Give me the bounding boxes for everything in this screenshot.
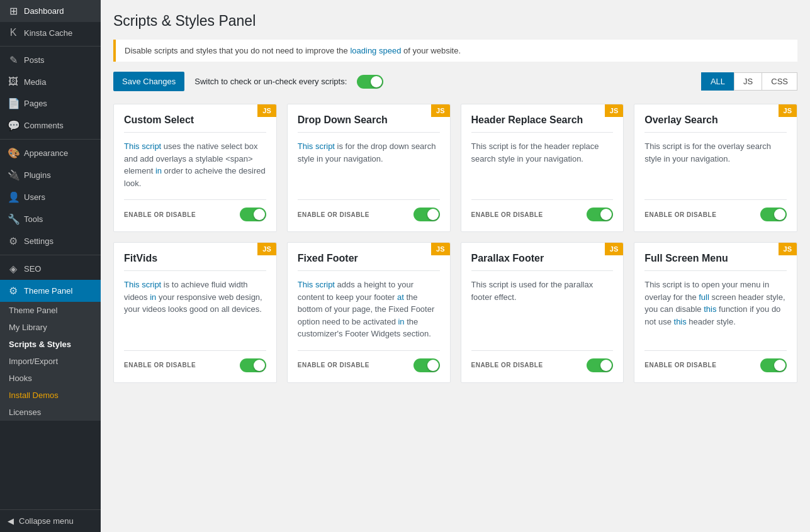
card-toggle[interactable] — [760, 358, 787, 372]
sidebar-item-settings[interactable]: ⚙ Settings — [0, 230, 101, 252]
toggle-track — [240, 208, 266, 221]
filter-btn-js[interactable]: JS — [734, 72, 762, 91]
toggle-track — [587, 208, 613, 221]
card-desc: This script is for the drop down search … — [298, 140, 440, 189]
sidebar-item-label: Pages — [24, 99, 47, 108]
sidebar-item-comments[interactable]: 💬 Comments — [0, 114, 101, 136]
sidebar-item-posts[interactable]: ✎ Posts — [0, 49, 101, 71]
global-toggle-thumb — [371, 76, 382, 87]
card-toggle[interactable] — [587, 208, 613, 221]
sidebar-item-label: Settings — [24, 236, 53, 246]
toggle-thumb — [774, 209, 785, 220]
sidebar-item-seo[interactable]: ◈ SEO — [0, 258, 101, 280]
toggle-track — [240, 358, 266, 372]
sidebar-item-media[interactable]: 🖼 Media — [0, 71, 101, 92]
card-title: Full Screen Menu — [644, 253, 787, 264]
sidebar-item-label: Plugins — [24, 170, 51, 180]
sidebar-item-plugins[interactable]: 🔌 Plugins — [0, 164, 101, 186]
plugins-icon: 🔌 — [8, 169, 19, 181]
sidebar-item-tools[interactable]: 🔧 Tools — [0, 208, 101, 230]
card-title: Parallax Footer — [471, 253, 614, 264]
sidebar-item-label: Tools — [24, 214, 43, 224]
card-badge: JS — [431, 243, 449, 255]
sidebar-item-theme-panel[interactable]: ⚙ Theme Panel — [0, 280, 101, 302]
toggle-thumb — [254, 360, 265, 371]
sidebar-item-label: Comments — [24, 121, 64, 130]
toggle-track — [413, 208, 440, 221]
card-desc: This script is used for the parallax foo… — [471, 279, 614, 340]
toggle-track — [760, 358, 787, 372]
card-overlay-search: JS Overlay Search This script is for the… — [634, 104, 797, 232]
sidebar-item-label: Users — [24, 192, 45, 202]
notice-bar: Disable scripts and styles that you do n… — [113, 40, 797, 62]
filter-btn-all[interactable]: ALL — [701, 72, 734, 91]
collapse-menu-button[interactable]: ◀ Collapse menu — [0, 509, 101, 532]
sidebar-sub-item-install-demos[interactable]: Install Demos — [0, 387, 101, 404]
sidebar-divider — [0, 255, 101, 255]
sidebar-sub-item-import-export[interactable]: Import/Export — [0, 353, 101, 370]
enable-label: ENABLE OR DISABLE — [644, 362, 716, 369]
settings-icon: ⚙ — [8, 235, 19, 247]
toggle-thumb — [427, 209, 439, 220]
card-title: Header Replace Search — [471, 114, 614, 126]
card-divider — [471, 270, 614, 271]
card-badge: JS — [431, 104, 449, 117]
sidebar-item-users[interactable]: 👤 Users — [0, 186, 101, 208]
global-toggle[interactable] — [357, 75, 383, 89]
sidebar-item-label: Kinsta Cache — [24, 28, 72, 38]
sidebar-sub-item-theme-panel[interactable]: Theme Panel — [0, 302, 101, 319]
card-toggle[interactable] — [413, 358, 440, 372]
card-header-replace-search: JS Header Replace Search This script is … — [461, 104, 624, 232]
card-toggle[interactable] — [760, 208, 787, 221]
media-icon: 🖼 — [8, 76, 19, 87]
card-footer: ENABLE OR DISABLE — [644, 350, 787, 372]
main-content: Scripts & Styles Panel Disable scripts a… — [101, 0, 810, 532]
tools-icon: 🔧 — [8, 213, 19, 225]
card-desc: This script is for the overlay search st… — [644, 140, 787, 189]
card-toggle[interactable] — [240, 358, 266, 372]
sidebar: ⊞ Dashboard K Kinsta Cache ✎ Posts 🖼 Med… — [0, 0, 101, 532]
sidebar-item-kinsta-cache[interactable]: K Kinsta Cache — [0, 22, 101, 43]
card-drop-down-search: JS Drop Down Search This script is for t… — [287, 104, 451, 232]
card-full-screen-menu: JS Full Screen Menu This script is to op… — [634, 242, 797, 383]
sidebar-divider — [0, 46, 101, 47]
card-divider — [471, 132, 614, 133]
notice-link[interactable]: loading speed — [350, 46, 401, 55]
toolbar: Save Changes Switch to check or un-check… — [113, 72, 797, 91]
sidebar-item-dashboard[interactable]: ⊞ Dashboard — [0, 0, 101, 22]
card-footer: ENABLE OR DISABLE — [644, 199, 787, 221]
card-title: FitVids — [124, 253, 266, 264]
card-divider — [644, 270, 787, 271]
sidebar-sub-item-hooks[interactable]: Hooks — [0, 370, 101, 387]
sidebar-sub-item-my-library[interactable]: My Library — [0, 319, 101, 336]
sidebar-item-appearance[interactable]: 🎨 Appearance — [0, 142, 101, 164]
card-title: Overlay Search — [644, 114, 787, 126]
enable-label: ENABLE OR DISABLE — [124, 211, 196, 218]
toggle-thumb — [600, 360, 612, 371]
card-toggle[interactable] — [413, 208, 440, 221]
card-custom-select: JS Custom Select This script uses the na… — [113, 104, 277, 232]
card-title: Drop Down Search — [298, 114, 440, 126]
filter-btn-css[interactable]: CSS — [762, 72, 797, 91]
enable-label: ENABLE OR DISABLE — [471, 211, 543, 218]
sidebar-item-label: SEO — [24, 264, 41, 274]
notice-text: Disable scripts and styles that you do n… — [125, 46, 461, 55]
switch-label: Switch to check or un-check every script… — [194, 77, 347, 86]
filter-buttons: ALL JS CSS — [701, 72, 797, 91]
toggle-thumb — [427, 360, 439, 371]
card-desc: This script is for the header replace se… — [471, 140, 614, 189]
card-desc: This script is to open your menu in over… — [644, 279, 787, 340]
sidebar-sub-item-scripts-styles[interactable]: Scripts & Styles — [0, 336, 101, 353]
card-toggle[interactable] — [587, 358, 613, 372]
card-badge: JS — [605, 243, 623, 255]
card-footer: ENABLE OR DISABLE — [298, 199, 440, 221]
sidebar-item-label: Theme Panel — [24, 286, 72, 296]
sidebar-item-pages[interactable]: 📄 Pages — [0, 92, 101, 114]
enable-label: ENABLE OR DISABLE — [644, 211, 716, 218]
card-badge: JS — [779, 104, 797, 117]
sidebar-sub-item-licenses[interactable]: Licenses — [0, 404, 101, 421]
save-button[interactable]: Save Changes — [113, 72, 184, 91]
comments-icon: 💬 — [8, 119, 19, 131]
card-toggle[interactable] — [240, 208, 266, 221]
sidebar-item-label: Media — [24, 77, 46, 87]
